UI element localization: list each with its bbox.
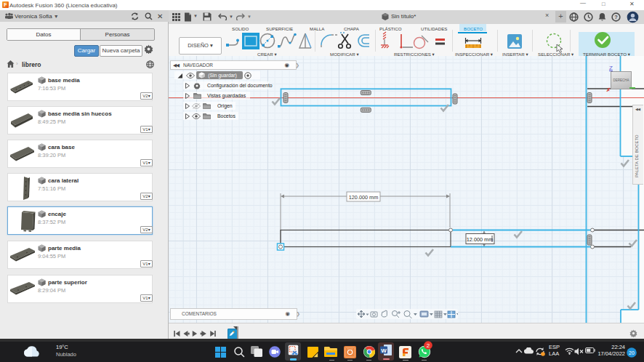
svg-text:W: W [381,347,387,354]
svg-text:20: 20 [629,350,635,355]
svg-text:12.000 mm: 12.000 mm [467,236,494,243]
svg-text:?: ? [614,14,618,20]
svg-text:2: 2 [427,342,430,349]
svg-text:120.000 mm: 120.000 mm [349,194,379,201]
